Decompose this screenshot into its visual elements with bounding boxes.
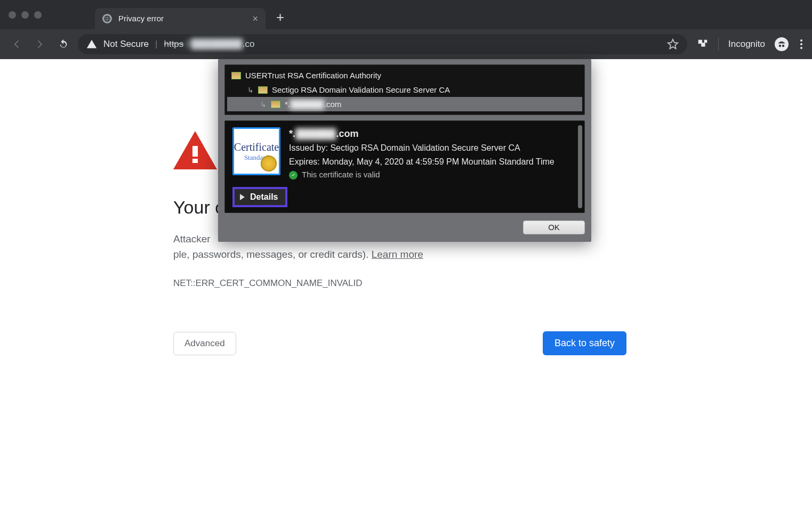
disclosure-triangle-icon (240, 194, 245, 200)
certificate-icon (258, 86, 268, 94)
cert-chain-leaf-label: *.██████.com (285, 100, 341, 109)
certificate-icon (271, 101, 280, 108)
close-window-dot[interactable] (9, 11, 16, 19)
close-tab-icon[interactable]: × (252, 14, 258, 23)
incognito-icon[interactable] (775, 37, 789, 51)
cert-domain: *.██████.com (289, 127, 554, 140)
incognito-label: Incognito (728, 39, 765, 50)
dialog-scrollbar[interactable] (578, 125, 582, 208)
svg-rect-1 (701, 43, 705, 46)
window-traffic-lights[interactable] (9, 11, 42, 19)
details-toggle-button[interactable]: Details (232, 187, 287, 207)
cert-valid-row: This certificate is valid (289, 169, 554, 180)
browser-tab[interactable]: Privacy error × (95, 8, 266, 29)
extension-icon[interactable] (697, 38, 709, 50)
bookmark-star-icon[interactable] (667, 38, 679, 50)
forward-button[interactable] (31, 35, 49, 53)
menu-kebab-icon[interactable] (798, 37, 805, 51)
address-bar[interactable]: Not Secure | https://████████.co (78, 34, 687, 54)
back-button[interactable] (7, 35, 26, 53)
tree-arrow-icon: ↳ (260, 100, 267, 109)
not-secure-label: Not Secure (103, 39, 149, 50)
minimize-window-dot[interactable] (21, 11, 29, 19)
tree-arrow-icon: ↳ (247, 86, 254, 94)
cert-issued-by: Issued by: Sectigo RSA Domain Validation… (289, 142, 554, 154)
seal-icon (261, 156, 277, 172)
globe-icon (102, 14, 112, 23)
learn-more-link[interactable]: Learn more (372, 249, 423, 260)
toolbar-divider (718, 38, 719, 51)
checkmark-icon (289, 171, 298, 180)
certificate-icon (231, 72, 241, 79)
cert-expires: Expires: Monday, May 4, 2020 at 4:59:59 … (289, 156, 554, 168)
svg-rect-2 (704, 40, 708, 43)
zoom-window-dot[interactable] (34, 11, 42, 19)
cert-chain-root-label: USERTrust RSA Certification Authority (245, 71, 381, 80)
reload-button[interactable] (54, 35, 73, 53)
cert-chain-root[interactable]: USERTrust RSA Certification Authority (227, 68, 582, 83)
certificate-image: Certificate Standard (232, 127, 280, 175)
svg-rect-4 (192, 159, 198, 163)
back-to-safety-button[interactable]: Back to safety (543, 331, 626, 355)
warning-triangle-icon (86, 39, 97, 50)
cert-chain-intermediate-label: Sectigo RSA Domain Validation Secure Ser… (272, 85, 450, 94)
cert-chain-leaf[interactable]: ↳ *.██████.com (227, 97, 582, 111)
svg-rect-3 (192, 146, 198, 157)
certificate-chain-tree[interactable]: USERTrust RSA Certification Authority ↳ … (224, 64, 585, 115)
certificate-dialog: USERTrust RSA Certification Authority ↳ … (218, 59, 591, 242)
error-code: NET::ERR_CERT_COMMON_NAME_INVALID (173, 278, 626, 289)
cert-chain-intermediate[interactable]: ↳ Sectigo RSA Domain Validation Secure S… (227, 83, 582, 97)
new-tab-button[interactable]: + (276, 9, 284, 26)
url-text: https://████████.co (164, 39, 254, 50)
omnibox-separator: | (155, 39, 157, 50)
advanced-button[interactable]: Advanced (173, 332, 236, 355)
ok-button[interactable]: OK (523, 221, 585, 234)
tab-title: Privacy error (118, 14, 164, 23)
